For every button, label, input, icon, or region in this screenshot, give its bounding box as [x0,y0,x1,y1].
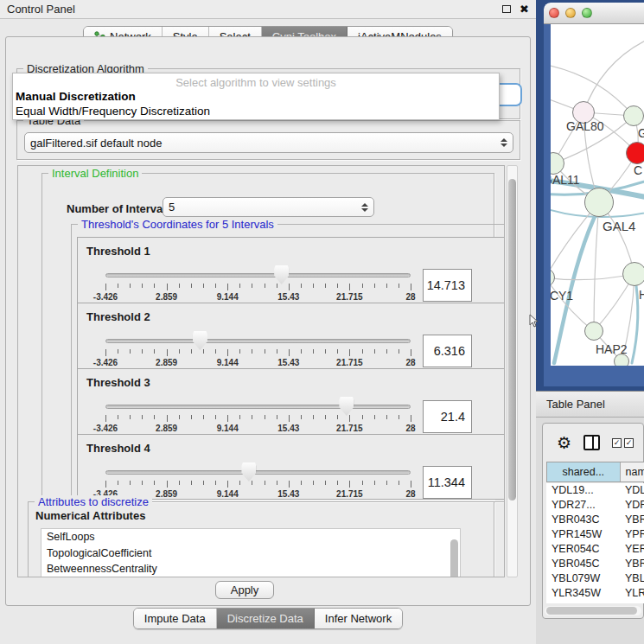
attributes-to-discretize-title: Attributes to discretize [35,495,152,508]
cell-shared-name: YBR045C [546,557,620,571]
slider-tick-label: 2.859 [156,489,177,499]
algorithm-popup-item[interactable]: Manual Discretization [13,89,499,104]
threshold-value-field[interactable]: 14.713 [423,269,472,302]
close-icon[interactable]: ✖ [520,3,529,15]
network-node-label: H [639,288,644,302]
slider-tick [337,349,338,354]
apply-button[interactable]: Apply [215,581,274,599]
table-row[interactable]: YDR27...YDR27... [546,498,644,513]
slider-track[interactable] [105,339,411,343]
threshold-value-field[interactable]: 6.316 [423,335,472,367]
tab-label: Discretize Data [227,612,303,625]
table-hscrollbar-thumb[interactable] [546,607,637,615]
slider-track[interactable] [105,273,411,277]
number-of-intervals-combobox[interactable]: 5 [163,197,374,217]
split-columns-icon[interactable] [583,435,600,450]
slider-tick [215,415,216,419]
table-horizontal-scrollbar[interactable] [545,606,641,615]
slider-thumb[interactable] [339,397,354,416]
slider-tick-label: 15.43 [277,358,299,367]
slider-tick [179,284,180,288]
network-node[interactable] [626,142,644,164]
number-of-intervals-value: 5 [169,201,175,214]
cell-shared-name: YIL052C [546,601,620,603]
slider-tick [105,481,106,488]
select-none-checkbox-icon[interactable]: ✓ [624,438,634,448]
table-row[interactable]: YDL19...YDL19... [546,483,644,498]
threshold-slider[interactable]: -3.4262.8599.14415.4321.71528 [105,303,411,368]
tab-discretize-data[interactable]: Discretize Data [217,609,315,628]
slider-tick-label: 15.43 [277,292,299,302]
column-header-name[interactable]: name [621,462,644,481]
slider-tick [349,284,350,290]
slider-tick [313,284,314,288]
table-row[interactable]: YBR043CYBR043C [546,513,644,527]
slider-tick [411,415,411,422]
table-row[interactable]: YBR045CYBR045C [546,557,644,571]
network-node[interactable] [614,354,629,366]
table-data-combobox[interactable]: galFiltered.sif default node [24,132,513,153]
cell-name: YPR145W [620,527,644,542]
cell-name: YIL052C [620,601,644,603]
slider-tick [386,481,387,485]
settings-scrollbar-thumb[interactable] [508,179,516,501]
algorithm-popup-item[interactable]: Equal Width/Frequency Discretization [13,104,499,118]
numerical-attributes-list[interactable]: SelfLoopsTopologicalCoefficientBetweenne… [41,528,461,577]
slider-tick [301,415,302,419]
window-title: Control Panel [7,3,75,16]
table-row[interactable]: YBL079WYBL079W [546,571,644,586]
gear-icon[interactable]: ⚙ [557,435,571,451]
slider-tick [142,284,143,288]
select-all-checkbox-icon[interactable]: ✓ [612,438,622,448]
network-node[interactable] [623,105,644,126]
table-row[interactable]: YLR345WYLR345W [546,586,644,601]
slider-track[interactable] [105,405,411,409]
slider-tick-label: -3.426 [93,292,118,302]
network-canvas[interactable]: GAL80GCGAL11GAL4GCY1HHAP2 [551,24,644,366]
attribute-list-item[interactable]: SelfLoops [41,529,460,545]
slider-thumb[interactable] [193,331,207,350]
slider-tick [252,284,252,288]
close-traffic-light-icon[interactable] [549,8,559,18]
network-node[interactable] [584,188,614,217]
slider-thumb[interactable] [274,265,289,284]
threshold-value-field[interactable]: 21.4 [423,400,472,433]
slider-thumb[interactable] [241,462,256,481]
slider-tick [154,284,155,288]
table-row[interactable]: YPR145WYPR145W [546,527,644,542]
slider-tick [118,481,118,485]
threshold-slider[interactable]: -3.4262.8599.14415.4321.71528 [105,238,411,303]
slider-tick [349,481,350,488]
threshold-value-field[interactable]: 11.344 [423,466,472,499]
slider-tick [142,481,143,485]
column-header-shared-name[interactable]: shared... [547,462,621,481]
table-panel-title: Table Panel [546,398,605,411]
attributes-list-scrollbar[interactable] [450,539,458,577]
slider-tick [118,284,118,288]
settings-vertical-scrollbar[interactable] [507,165,518,577]
slider-tick [411,481,411,488]
slider-tick [325,349,326,354]
attribute-list-item[interactable]: BetweennessCentrality [41,561,460,577]
slider-tick [265,481,265,485]
threshold-slider[interactable]: -3.4262.8599.14415.4321.71528 [105,435,411,499]
float-window-icon[interactable] [502,5,511,13]
tab-impute-data[interactable]: Impute Data [134,609,217,628]
table-row[interactable]: YER054CYER054C [546,542,644,557]
mouse-cursor [529,314,539,328]
slider-tick [374,349,375,354]
algorithm-dropdown-popup: Select algorithm to view settings Manual… [12,73,500,120]
threshold-slider[interactable]: -3.4262.8599.14415.4321.71528 [105,369,411,434]
network-node[interactable] [622,262,644,286]
slider-track[interactable] [105,470,411,475]
minimize-traffic-light-icon[interactable] [565,8,576,18]
attribute-list-item[interactable]: TopologicalCoefficient [41,545,460,562]
control-panel-window: Control Panel ✖ NetworkStyleSelectCyni T… [0,0,536,644]
slider-tick [399,349,399,354]
network-node[interactable] [584,322,603,341]
zoom-traffic-light-icon[interactable] [582,8,592,18]
table-row[interactable]: YIL052CYIL052C [546,601,644,603]
cell-shared-name: YLR345W [546,586,620,601]
table-data-group: Table Data galFiltered.sif default node [16,120,520,160]
tab-infer-network[interactable]: Infer Network [315,609,402,628]
